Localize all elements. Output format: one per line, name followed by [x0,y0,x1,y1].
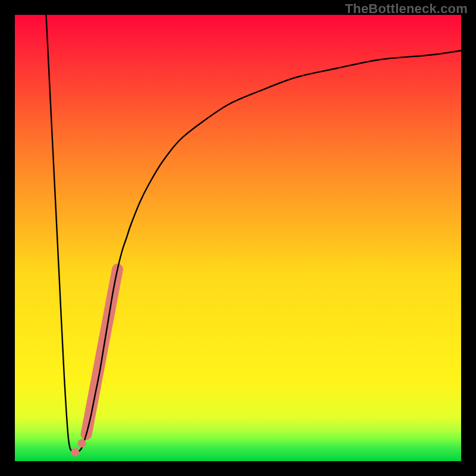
accent-dot-0 [71,448,79,456]
bottleneck-chart [0,0,476,476]
attribution-text: TheBottleneck.com [345,1,468,17]
accent-dot-1 [78,439,86,447]
plot-area [15,15,461,461]
chart-stage: TheBottleneck.com [0,0,476,476]
